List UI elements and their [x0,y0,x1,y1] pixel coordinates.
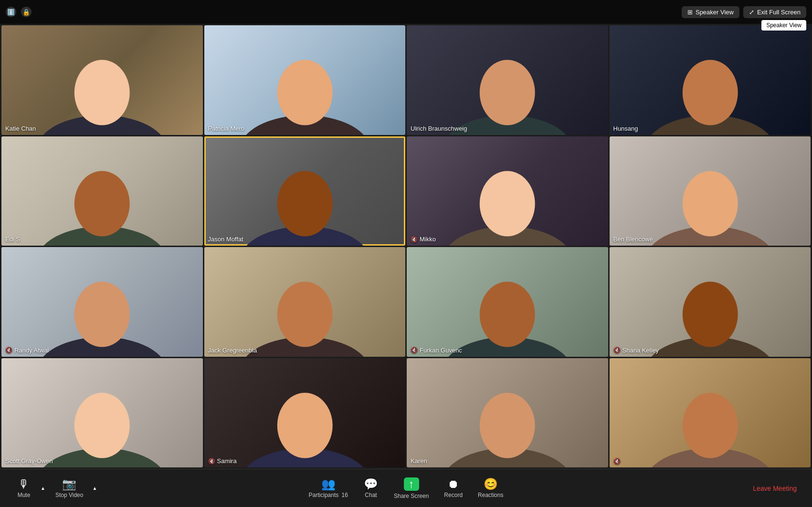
svg-point-31 [682,171,738,236]
video-cell-ben-blencowe[interactable]: Ben Blencowe [610,136,811,246]
mute-indicator-mikko: 🔇 [411,236,418,243]
speaker-view-button[interactable]: ⊞ Speaker View [682,6,739,18]
participant-name-karen: Karen [411,457,427,465]
speaker-view-label: Speaker View [696,9,734,16]
mute-group: 🎙 Mute ▲ [10,475,47,502]
svg-point-39 [277,282,332,347]
video-cell-hunsang[interactable]: Hunsang [610,25,811,135]
toolbar: 🎙 Mute ▲ 📷 Stop Video ▲ 👥 Participants 1… [0,469,812,507]
mute-indicator-unknown: 🔇 [613,458,621,465]
svg-point-47 [682,282,738,347]
svg-point-63 [682,393,738,458]
mute-indicator-randy-atwal: 🔇 [5,347,12,353]
name-text-edi-s: Edi S [5,236,20,243]
speaker-view-tooltip: Speaker View [761,20,806,31]
participants-count: 16 [342,492,348,498]
exit-fullscreen-button[interactable]: ⤢ Exit Full Screen [743,6,806,18]
reactions-button[interactable]: 😊 Reactions [471,475,510,502]
name-text-patricia-mero: Patricia Mero [208,125,245,132]
chat-icon: 💬 [364,478,378,490]
participant-name-jason-moffat: Jason Moffat [208,236,243,243]
exit-fullscreen-label: Exit Full Screen [757,9,801,16]
svg-point-19 [74,171,130,236]
lock-icon: 🔒 [21,7,32,17]
participant-name-jack-gregreenbla: Jack Gregreenbla [208,347,257,354]
participant-name-mikko: 🔇Mikko [411,236,436,243]
top-bar-left: ℹ️ 🔒 [6,7,32,17]
name-text-jason-moffat: Jason Moffat [208,236,243,243]
video-cell-samira[interactable]: 🔇Samira [204,358,406,468]
mute-button[interactable]: 🎙 Mute [10,475,38,502]
participant-name-edi-s: Edi S [5,236,20,243]
participant-name-randy-atwal: 🔇Randy Atwal [5,347,49,354]
top-bar: ℹ️ 🔒 ⊞ Speaker View ⤢ Exit Full Screen [0,0,812,24]
chat-label: Chat [365,492,377,498]
video-cell-shana-kelley[interactable]: 🔇Shana Kelley [610,247,811,357]
video-cell-jason-moffat[interactable]: Jason Moffat [204,136,406,246]
toolbar-center: 👥 Participants 16 💬 Chat ↑ Share Screen … [302,474,510,503]
video-cell-randy-atwal[interactable]: 🔇Randy Atwal [1,247,203,357]
mute-indicator-furkan-guvenc: 🔇 [411,347,418,353]
svg-point-7 [277,60,332,125]
name-text-shana-kelley: Shana Kelley [622,347,659,354]
name-text-mikko: Mikko [420,236,436,243]
name-text-samira: Samira [217,457,237,465]
video-cell-edi-s[interactable]: Edi S [1,136,203,246]
stop-video-arrow-button[interactable]: ▲ [91,484,98,493]
share-screen-button[interactable]: ↑ Share Screen [387,474,435,503]
svg-point-43 [480,282,535,347]
participant-name-shana-kelley: 🔇Shana Kelley [613,347,659,354]
video-cell-patricia-mero[interactable]: Patricia Mero [204,25,406,135]
leave-meeting-label: Leave Meeting [753,485,797,492]
participant-name-scott-gray-owen: Scott Gray-Owen [5,457,53,465]
name-text-katie-chan: Katie Chan [5,125,36,132]
video-cell-scott-gray-owen[interactable]: Scott Gray-Owen [1,358,203,468]
video-cell-mikko[interactable]: 🔇Mikko [407,136,608,246]
participants-button[interactable]: 👥 Participants 16 [302,475,355,502]
reactions-icon: 😊 [484,478,498,490]
mute-indicator-samira: 🔇 [208,458,215,465]
toolbar-right: Leave Meeting [747,481,802,496]
participant-name-ben-blencowe: Ben Blencowe [613,236,653,243]
video-cell-jack-gregreenbla[interactable]: Jack Gregreenbla [204,247,406,357]
name-text-scott-gray-owen: Scott Gray-Owen [5,457,53,465]
participant-name-samira: 🔇Samira [208,457,237,465]
participant-name-patricia-mero: Patricia Mero [208,125,245,132]
chat-button[interactable]: 💬 Chat [357,475,385,502]
leave-meeting-button[interactable]: Leave Meeting [747,481,802,496]
stop-video-icon: 📷 [62,478,76,490]
svg-point-55 [277,393,332,458]
mute-arrow-button[interactable]: ▲ [39,484,47,493]
video-cell-furkan-guvenc[interactable]: 🔇Furkan Guvenc [407,247,608,357]
stop-video-button[interactable]: 📷 Stop Video [49,475,90,502]
share-screen-icon: ↑ [404,477,419,491]
svg-point-27 [480,171,535,236]
participant-name-katie-chan: Katie Chan [5,125,36,132]
record-button[interactable]: ⏺ Record [437,475,469,502]
video-cell-katie-chan[interactable]: Katie Chan [1,25,203,135]
record-label: Record [444,492,463,498]
mute-label: Mute [18,492,31,498]
mute-indicator-shana-kelley: 🔇 [613,347,621,353]
stop-video-group: 📷 Stop Video ▲ [49,475,98,502]
name-text-jack-gregreenbla: Jack Gregreenbla [208,347,257,354]
record-icon: ⏺ [448,478,459,490]
toolbar-left: 🎙 Mute ▲ 📷 Stop Video ▲ [10,475,98,502]
participant-name-unknown: 🔇 [613,458,621,465]
name-text-randy-atwal: Randy Atwal [14,347,49,354]
name-text-karen: Karen [411,457,427,465]
svg-point-35 [74,282,130,347]
participant-name-hunsang: Hunsang [613,125,638,132]
video-cell-unknown[interactable]: 🔇 [610,358,811,468]
name-text-furkan-guvenc: Furkan Guvenc [420,347,462,354]
share-screen-label: Share Screen [394,493,429,499]
mute-icon: 🎙 [18,478,30,490]
participants-icon: 👥 [321,478,336,490]
svg-point-59 [480,393,535,458]
video-cell-karen[interactable]: Karen [407,358,608,468]
video-cell-ulrich-braunschweig[interactable]: Ulrich Braunschweig [407,25,608,135]
top-bar-right: ⊞ Speaker View ⤢ Exit Full Screen [682,6,806,18]
name-text-ulrich-braunschweig: Ulrich Braunschweig [411,125,467,132]
name-text-ben-blencowe: Ben Blencowe [613,236,653,243]
svg-point-3 [74,60,130,125]
